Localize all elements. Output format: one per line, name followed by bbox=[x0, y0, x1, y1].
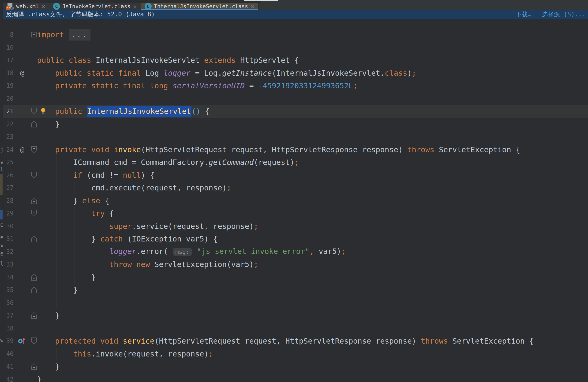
fold-close-icon[interactable] bbox=[31, 274, 37, 281]
edge-strip-text-fragment: l bbox=[0, 261, 3, 267]
code-segment: ServletException(var5) bbox=[150, 260, 254, 269]
code-segment: ) { bbox=[141, 171, 154, 180]
tab-label: JsInvokeServlet.class bbox=[62, 3, 130, 9]
code-segment bbox=[109, 145, 114, 154]
code-text[interactable]: public static final Log logger = Log.get… bbox=[37, 67, 416, 80]
fold-close-icon[interactable] bbox=[31, 197, 37, 204]
code-segment: { bbox=[105, 209, 114, 218]
fold-close-icon[interactable] bbox=[31, 363, 37, 370]
code-segment: Log bbox=[141, 69, 163, 78]
code-segment bbox=[132, 260, 136, 269]
fold-plus-icon[interactable] bbox=[31, 32, 37, 38]
code-line-38: 38 bbox=[0, 322, 588, 335]
code-text[interactable]: cmd.execute(request, response); bbox=[37, 181, 231, 194]
close-tab-icon[interactable]: × bbox=[42, 3, 45, 9]
code-text[interactable]: } bbox=[37, 309, 60, 322]
edge-strip-text-fragment: j bbox=[0, 146, 3, 153]
code-segment: throws bbox=[407, 145, 435, 154]
code-segment bbox=[37, 145, 55, 154]
code-segment bbox=[145, 81, 150, 90]
code-line-22: 22 } bbox=[0, 118, 588, 131]
code-segment: ; bbox=[254, 260, 258, 269]
code-segment: import bbox=[37, 30, 64, 39]
code-text[interactable]: super.service(request, response); bbox=[37, 220, 258, 233]
code-text[interactable]: } catch (IOException var5) { bbox=[37, 233, 218, 245]
code-text[interactable]: public InternalJsInvokeServlet() { bbox=[37, 105, 210, 118]
tab-jsinvokeservlet-class[interactable]: CJsInvokeServlet.class× bbox=[49, 3, 141, 10]
code-line-19: 19 private static final long serialVersi… bbox=[0, 80, 588, 92]
fold-close-icon[interactable] bbox=[31, 235, 37, 242]
code-line-29: 29 try { bbox=[0, 207, 588, 220]
fold-open-icon[interactable] bbox=[31, 146, 37, 153]
code-line-24: 24@ private void invoke(HttpServletReque… bbox=[0, 143, 588, 156]
code-text[interactable]: } bbox=[37, 118, 60, 131]
fold-close-icon[interactable] bbox=[31, 312, 37, 319]
code-text[interactable]: } bbox=[37, 271, 96, 284]
close-tab-icon[interactable]: × bbox=[133, 3, 137, 9]
tab-web-xml[interactable]: web.xml× bbox=[2, 3, 49, 10]
code-segment: } bbox=[37, 285, 78, 294]
code-segment: else bbox=[82, 196, 100, 205]
code-text[interactable]: throw new ServletException(var5); bbox=[37, 258, 258, 271]
annotation-icon: @ bbox=[14, 69, 31, 77]
intention-bulb-icon[interactable] bbox=[40, 107, 46, 115]
code-line-17: 17public class InternalJsInvokeServlet e… bbox=[0, 54, 588, 67]
code-text[interactable]: try { bbox=[37, 207, 114, 220]
code-segment: .error( bbox=[136, 247, 172, 256]
code-text[interactable]: import ... bbox=[37, 28, 90, 41]
code-segment: "js servlet invoke error" bbox=[197, 247, 310, 256]
code-text[interactable]: public class InternalJsInvokeServlet ext… bbox=[37, 54, 299, 67]
code-segment: , bbox=[204, 222, 209, 231]
fold-open-icon[interactable] bbox=[31, 338, 37, 344]
code-segment: ServletException { bbox=[448, 337, 534, 345]
tab-label: web.xml bbox=[16, 3, 39, 9]
fold-close-icon[interactable] bbox=[31, 286, 37, 293]
code-segment: (request) bbox=[254, 158, 294, 167]
code-text[interactable]: logger.error( msg: "js servlet invoke er… bbox=[37, 245, 346, 259]
fold-close-icon[interactable] bbox=[31, 121, 37, 128]
code-segment bbox=[168, 81, 172, 90]
code-text[interactable]: } bbox=[37, 284, 78, 297]
code-text[interactable]: } else { bbox=[37, 194, 109, 207]
code-segment: HttpServlet { bbox=[236, 56, 299, 65]
edge-strip-text-fragment: v bbox=[0, 242, 3, 249]
banner-action-link[interactable]: 下载… bbox=[516, 10, 531, 19]
code-text[interactable]: private void invoke(HttpServletRequest r… bbox=[37, 143, 520, 156]
selected-identifier: InternalJsInvokeServlet bbox=[87, 106, 191, 117]
close-tab-icon[interactable]: × bbox=[251, 3, 254, 9]
tab-strip: web.xml×CJsInvokeServlet.class×CInternal… bbox=[2, 3, 258, 10]
banner-action-link[interactable]: 选择源 (S)... bbox=[542, 10, 586, 19]
code-line-41: 41 } bbox=[0, 360, 588, 373]
code-text[interactable]: } bbox=[37, 373, 42, 382]
code-text[interactable]: if (cmd != null) { bbox=[37, 169, 154, 182]
fold-open-icon[interactable] bbox=[31, 172, 37, 179]
code-segment: cmd.execute(request, response) bbox=[37, 183, 227, 192]
annotation-icon: @ bbox=[14, 145, 31, 154]
code-segment: ; bbox=[412, 69, 416, 78]
code-line-37: 37 } bbox=[0, 309, 588, 322]
code-segment: void bbox=[100, 337, 118, 345]
code-line-8: 8import ... bbox=[0, 28, 588, 41]
edge-strip-text-fragment: v bbox=[0, 159, 3, 165]
code-text[interactable]: } bbox=[37, 360, 60, 373]
code-text[interactable]: protected void service(HttpServletReques… bbox=[37, 335, 534, 348]
code-segment: class bbox=[69, 56, 91, 65]
code-line-34: 34 } bbox=[0, 271, 588, 284]
code-line-20: 20 bbox=[0, 92, 588, 105]
code-text[interactable]: this.invoke(request, response); bbox=[37, 348, 213, 361]
tab-internaljsinvokeservlet-class[interactable]: CInternalJsInvokeServlet.class× bbox=[141, 3, 258, 10]
code-segment bbox=[192, 247, 197, 256]
overrides-method-icon[interactable] bbox=[14, 338, 31, 344]
code-editor[interactable]: 8import ...1617public class InternalJsIn… bbox=[0, 19, 588, 382]
code-segment: if bbox=[73, 171, 82, 180]
code-segment bbox=[64, 56, 69, 65]
code-text[interactable]: private static final long serialVersionU… bbox=[37, 80, 358, 92]
code-line-16: 16 bbox=[0, 41, 588, 54]
code-segment bbox=[114, 69, 118, 78]
code-text[interactable]: ICommand cmd = CommandFactory.getCommand… bbox=[37, 156, 299, 169]
fold-open-icon[interactable] bbox=[31, 108, 37, 115]
code-segment: final bbox=[123, 81, 145, 90]
left-edge-strip: jvleevelw bbox=[0, 0, 3, 382]
code-segment: public bbox=[37, 56, 64, 65]
fold-open-icon[interactable] bbox=[31, 210, 37, 217]
